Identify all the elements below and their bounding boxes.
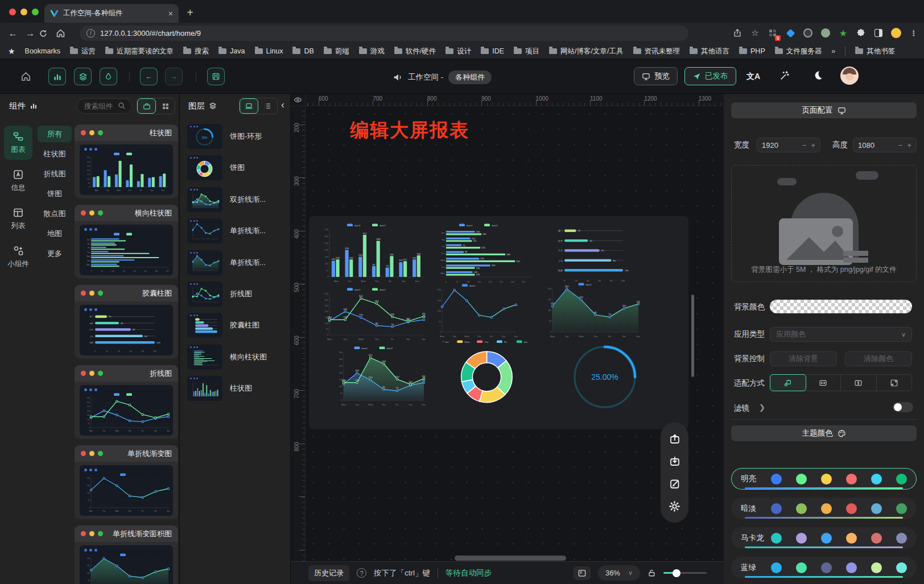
sidebar-item-charts[interactable]: 图表 — [4, 126, 32, 160]
collapse-layers-icon[interactable]: ‹ — [281, 99, 284, 111]
edit-button[interactable] — [668, 477, 682, 491]
layer-item[interactable]: 折线图 — [187, 281, 252, 307]
fit-height-button[interactable] — [841, 375, 877, 391]
component-card[interactable]: 横向柱状图 SunSatFriThuWedTueMon0501001502002… — [75, 205, 178, 279]
bookmark-folder[interactable]: 网站/博客/文章/工具 — [549, 47, 623, 56]
filter-expand-icon[interactable]: ❯ — [759, 403, 765, 412]
dashboard-chart-capsule[interactable]: 20厦门40南阳60北京80上海100新疆020406080100 — [552, 224, 638, 282]
bg-color-swatch[interactable] — [770, 300, 912, 313]
bookmarks-overflow[interactable]: » — [831, 47, 835, 55]
bookmark-star-icon[interactable]: ☆ — [748, 26, 762, 40]
dashboard-chart-bar[interactable]: data1data2050100150200250300350120130Mon… — [319, 222, 426, 283]
window-controls[interactable] — [9, 9, 39, 15]
single-view-toggle[interactable] — [137, 98, 156, 114]
height-plus-button[interactable]: + — [907, 141, 911, 150]
theme-row-4[interactable]: 蓝绿 — [731, 557, 917, 578]
back-icon[interactable]: ← — [5, 28, 22, 39]
bookmark-folder[interactable]: 运营 — [70, 47, 96, 56]
width-minus-button[interactable]: − — [802, 141, 807, 150]
bookmark-folder[interactable]: 近期需要读的文章 — [105, 47, 174, 56]
browser-tab[interactable]: 工作空间-各种组件 × — [44, 4, 179, 23]
address-bar[interactable]: i 127.0.0.1:3000/#/chart/home/9 — [80, 26, 688, 41]
bookmark-folder[interactable]: 软件/硬件 — [394, 47, 436, 56]
home-icon[interactable] — [56, 28, 73, 38]
extension-with-badge-icon[interactable]: 9 — [766, 26, 779, 40]
app-type-select[interactable]: 应用颜色 ∨ — [770, 327, 912, 342]
magic-wand-icon[interactable] — [779, 71, 790, 81]
green-star-extension-icon[interactable]: ★ — [836, 26, 850, 40]
height-stepper[interactable]: 1080 −+ — [853, 138, 917, 152]
toggle-layers-panel-button[interactable] — [74, 68, 92, 85]
history-button[interactable]: 历史记录 — [308, 565, 349, 581]
layer-item[interactable]: 横向柱状图 — [187, 345, 267, 370]
list-view-toggle[interactable] — [258, 98, 277, 114]
dashboard-chart-ring[interactable]: 25.00% — [568, 343, 642, 411]
theme-row-1[interactable]: 明亮 — [731, 468, 917, 490]
publish-button[interactable]: 已发布 — [684, 67, 736, 85]
maximize-window-button[interactable] — [32, 9, 39, 15]
import-button[interactable] — [668, 454, 682, 468]
clear-color-button[interactable]: 清除颜色 — [845, 351, 912, 366]
translate-icon[interactable]: 文A — [746, 72, 760, 82]
history-panel-button[interactable] — [574, 566, 591, 580]
layer-item[interactable]: 25%饼图-环形 — [187, 124, 262, 149]
close-tab-icon[interactable]: × — [168, 9, 173, 18]
sidebar-item-widgets[interactable]: 小组件 — [4, 240, 32, 274]
user-avatar[interactable] — [840, 67, 859, 85]
width-stepper[interactable]: 1920 −+ — [757, 138, 820, 152]
bookmarks-star-icon[interactable]: ★ — [8, 47, 15, 56]
sidebar-item-lists[interactable]: 列表 — [4, 202, 32, 236]
bookmark-folder[interactable]: 项目 — [514, 47, 539, 56]
bookmark-folder[interactable]: 设计 — [446, 47, 471, 56]
dashboard-chart-donut[interactable]: MonTueWedThuFriSatSun — [443, 339, 531, 408]
gem-extension-icon[interactable] — [783, 26, 797, 40]
category-6[interactable]: 地图 — [38, 225, 72, 242]
fit-width-button[interactable] — [806, 375, 842, 391]
bookmark-folder[interactable]: 其他语言 — [690, 47, 729, 56]
category-5[interactable]: 散点图 — [38, 205, 72, 222]
puzzle-extensions-icon[interactable] — [854, 26, 868, 40]
workspace-name-badge[interactable]: 各种组件 — [448, 71, 492, 84]
undo-button[interactable]: ← — [140, 68, 158, 85]
site-info-icon[interactable]: i — [86, 29, 95, 38]
dark-mode-moon-icon[interactable] — [812, 70, 823, 81]
reload-icon[interactable] — [39, 29, 56, 38]
forward-icon[interactable]: → — [22, 28, 39, 39]
page-config-header[interactable]: 页面配置 — [731, 102, 917, 118]
component-card[interactable]: 折线图 050100150200250300350MonTueWedThuFri… — [75, 365, 178, 439]
ruler-corner[interactable] — [291, 94, 306, 106]
lock-icon[interactable] — [647, 569, 656, 577]
other-bookmarks[interactable]: 其他书签 — [855, 47, 895, 56]
layer-item[interactable]: 胶囊柱图 — [187, 313, 259, 338]
bookmark-folder[interactable]: IDE — [481, 47, 504, 56]
bookmark-folder[interactable]: 前端 — [324, 47, 349, 56]
bookmark-folder[interactable]: Java — [218, 47, 245, 56]
close-window-button[interactable] — [9, 9, 16, 15]
grid-view-toggle[interactable] — [156, 98, 175, 114]
layer-item[interactable]: 单折线渐... — [187, 218, 266, 243]
thumbnail-view-toggle[interactable] — [240, 98, 258, 114]
layer-item[interactable]: 单折线渐... — [187, 250, 266, 275]
dashboard-chart-line2[interactable]: data1data2050100150200250300350120200150… — [319, 287, 426, 341]
export-button[interactable] — [668, 432, 682, 446]
theme-row-2[interactable]: 暗淡 — [731, 498, 917, 519]
help-icon[interactable]: ? — [357, 568, 366, 578]
dashboard-chart-line_grad_area[interactable]: data10501001502001202001508070110130MonT… — [542, 281, 640, 338]
dashboard-chart-line_grad[interactable]: data1050100150200MonTueWedThuFriSatSun — [431, 283, 518, 338]
dashboard-title-text[interactable]: 编辑大屏报表 — [350, 118, 469, 143]
theme-color-header[interactable]: 主题颜色 — [731, 425, 917, 441]
vertical-scrollbar[interactable] — [691, 295, 694, 377]
clear-background-button[interactable]: 清除背景 — [770, 351, 837, 366]
bookmark-folder[interactable]: 文件服务器 — [775, 47, 822, 56]
settings-gear-icon[interactable] — [668, 499, 682, 513]
sidebar-item-info[interactable]: 信息 — [4, 164, 32, 198]
category-4[interactable]: 饼图 — [38, 185, 72, 202]
share-icon[interactable] — [731, 26, 744, 40]
profile-avatar[interactable] — [889, 26, 903, 40]
component-card[interactable]: 单折线渐变图 050100150200MonTueWedThuFriSatSun — [75, 445, 178, 519]
dashboard-chart-line2_area[interactable]: data1data2050100150200250300350120200150… — [333, 345, 426, 407]
green-dot-extension-icon[interactable] — [819, 26, 832, 40]
new-tab-button[interactable]: + — [183, 6, 197, 19]
reading-mode-icon[interactable] — [872, 26, 885, 40]
component-card[interactable]: 柱状图 050100150200250300350MonTueWedThuFri… — [75, 125, 178, 198]
